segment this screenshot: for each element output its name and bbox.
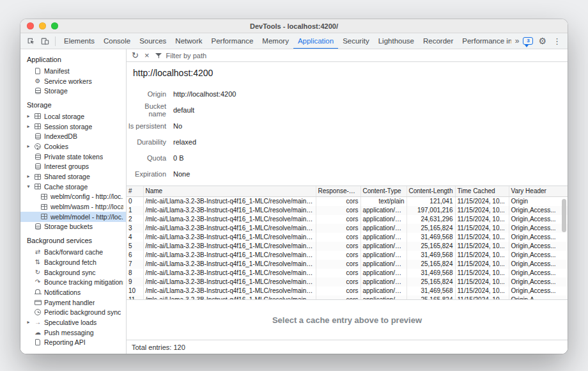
filter-funnel-icon[interactable] bbox=[155, 52, 162, 59]
sidebar-item-back-forward-cache[interactable]: ⇄ Back/forward cache bbox=[20, 247, 126, 257]
inspect-element-icon[interactable] bbox=[24, 35, 37, 47]
total-entries-label: Total entries: 120 bbox=[132, 343, 185, 351]
sidebar-item-storage[interactable]: Storage bbox=[20, 86, 126, 96]
settings-gear-icon[interactable]: ⚙ bbox=[538, 36, 546, 45]
table-icon bbox=[34, 123, 42, 129]
tab-performance-insights[interactable]: Performance insights ⚗ bbox=[458, 33, 511, 49]
col-response-type[interactable]: Response-Type bbox=[316, 186, 360, 197]
cache-entry-preview: Select a cache entry above to preview bbox=[127, 299, 568, 340]
tab-memory[interactable]: Memory bbox=[258, 33, 293, 49]
expand-collapsed-icon[interactable]: ▸ bbox=[26, 174, 31, 179]
meta-row-durability: Durability relaxed bbox=[127, 134, 568, 150]
storage-icon bbox=[34, 88, 42, 94]
sidebar-item-bounce-tracking-mitigations[interactable]: ↷ Bounce tracking mitigations bbox=[20, 277, 126, 287]
database-icon bbox=[34, 223, 42, 230]
tabbar-right-controls: 3 ⚙ ⋮ bbox=[523, 36, 564, 45]
window-title: DevTools - localhost:4200/ bbox=[250, 22, 338, 30]
cache-entry-row[interactable]: 11/mlc-ai/Llama-3.2-3B-Instruct-q4f16_1-… bbox=[127, 296, 568, 299]
devtools-window: DevTools - localhost:4200/ Elements Cons… bbox=[20, 19, 568, 354]
expand-collapsed-icon[interactable]: ▸ bbox=[26, 144, 31, 149]
col-vary-header[interactable]: Vary Header bbox=[509, 186, 568, 197]
sidebar-item-private-state-tokens[interactable]: Private state tokens bbox=[20, 152, 126, 162]
minimize-window-button[interactable] bbox=[39, 22, 46, 29]
sidebar-item-background-fetch[interactable]: ⇅ Background fetch bbox=[20, 257, 126, 267]
sidebar-item-weblm-model[interactable]: weblm/model - http://loc... bbox=[20, 212, 126, 222]
speech-bubble-icon: 3 bbox=[523, 37, 533, 45]
cache-entry-row[interactable]: 8/mlc-ai/Llama-3.2-3B-Instruct-q4f16_1-M… bbox=[127, 269, 568, 278]
expand-collapsed-icon[interactable]: ▸ bbox=[26, 320, 31, 325]
expand-collapsed-icon[interactable]: ▸ bbox=[26, 114, 31, 119]
tab-security[interactable]: Security bbox=[338, 33, 374, 49]
sidebar-item-reporting-api[interactable]: Reporting API bbox=[20, 338, 126, 348]
tab-sources[interactable]: Sources bbox=[135, 33, 171, 49]
sidebar-item-cookies[interactable]: ▸ Cookies bbox=[20, 141, 126, 152]
cache-entry-row[interactable]: 1/mlc-ai/Llama-3.2-3B-Instruct-q4f16_1-M… bbox=[127, 206, 568, 215]
sidebar-item-service-workers[interactable]: ⚙ Service workers bbox=[20, 76, 126, 86]
sidebar-item-cache-storage[interactable]: ▾ Cache storage bbox=[20, 182, 126, 192]
sidebar-item-storage-buckets[interactable]: Storage buckets bbox=[20, 222, 126, 232]
clock-icon bbox=[34, 309, 42, 315]
toolbar-divider bbox=[55, 36, 56, 46]
col-content-type[interactable]: Content-Type bbox=[360, 186, 406, 197]
cache-entries-table: # Name Response-Type Content-Type Conten… bbox=[127, 186, 568, 299]
sidebar-item-shared-storage[interactable]: ▸ Shared storage bbox=[20, 171, 126, 182]
close-window-button[interactable] bbox=[27, 22, 34, 29]
sidebar-item-weblm-wasm[interactable]: weblm/wasm - http://loca... bbox=[20, 201, 126, 212]
table-icon bbox=[40, 214, 48, 219]
col-time-cached[interactable]: Time Cached bbox=[455, 186, 509, 197]
table-icon bbox=[34, 184, 42, 189]
tab-lighthouse[interactable]: Lighthouse bbox=[374, 33, 419, 49]
tab-recorder[interactable]: Recorder bbox=[419, 33, 458, 49]
sidebar-item-payment-handler[interactable]: Payment handler bbox=[20, 297, 126, 308]
sidebar-item-local-storage[interactable]: ▸ Local storage bbox=[20, 111, 126, 122]
cache-entry-row[interactable]: 6/mlc-ai/Llama-3.2-3B-Instruct-q4f16_1-M… bbox=[127, 251, 568, 260]
cache-entry-row[interactable]: 5/mlc-ai/Llama-3.2-3B-Instruct-q4f16_1-M… bbox=[127, 242, 568, 251]
col-number[interactable]: # bbox=[127, 186, 143, 197]
console-messages-icon[interactable]: 3 bbox=[523, 37, 533, 45]
table-header-row: # Name Response-Type Content-Type Conten… bbox=[127, 186, 568, 197]
col-name[interactable]: Name bbox=[143, 186, 316, 197]
sidebar-item-interest-groups[interactable]: Interest groups bbox=[20, 162, 126, 172]
sidebar-item-weblm-config[interactable]: weblm/config - http://loc... bbox=[20, 192, 126, 202]
expand-expanded-icon[interactable]: ▾ bbox=[26, 184, 31, 189]
tab-application[interactable]: Application bbox=[293, 33, 338, 49]
expand-collapsed-icon[interactable]: ▸ bbox=[26, 124, 31, 129]
cache-origin-title: http://localhost:4200 bbox=[127, 62, 568, 84]
cache-entry-row[interactable]: 2/mlc-ai/Llama-3.2-3B-Instruct-q4f16_1-M… bbox=[127, 215, 568, 224]
tab-console[interactable]: Console bbox=[99, 33, 135, 49]
service-workers-icon: ⚙ bbox=[34, 78, 42, 84]
tab-network[interactable]: Network bbox=[171, 33, 206, 49]
col-content-length[interactable]: Content-Length bbox=[406, 186, 455, 197]
sidebar-section-background-services: Background services bbox=[20, 232, 126, 247]
cache-entry-row[interactable]: 10/mlc-ai/Llama-3.2-3B-Instruct-q4f16_1-… bbox=[127, 287, 568, 296]
sidebar-item-push-messaging[interactable]: ☁ Push messaging bbox=[20, 328, 126, 338]
sidebar-item-periodic-background-sync[interactable]: Periodic background sync bbox=[20, 307, 126, 317]
device-toolbar-icon[interactable] bbox=[38, 35, 51, 47]
cache-entry-row[interactable]: 9/mlc-ai/Llama-3.2-3B-Instruct-q4f16_1-M… bbox=[127, 278, 568, 287]
sidebar-item-manifest[interactable]: Manifest bbox=[20, 66, 126, 76]
manifest-icon bbox=[34, 68, 42, 74]
cache-entry-row[interactable]: 0/mlc-ai/Llama-3.2-3B-Instruct-q4f16_1-M… bbox=[127, 197, 568, 207]
kebab-menu-icon[interactable]: ⋮ bbox=[552, 37, 562, 45]
cache-entry-row[interactable]: 4/mlc-ai/Llama-3.2-3B-Instruct-q4f16_1-M… bbox=[127, 233, 568, 242]
cache-entry-row[interactable]: 3/mlc-ai/Llama-3.2-3B-Instruct-q4f16_1-M… bbox=[127, 224, 568, 233]
tab-performance[interactable]: Performance bbox=[207, 33, 258, 49]
meta-row-quota: Quota 0 B bbox=[127, 150, 568, 166]
cache-metadata: Origin http://localhost:4200 Bucket name… bbox=[127, 84, 568, 186]
zoom-window-button[interactable] bbox=[51, 22, 58, 29]
delete-selected-icon[interactable]: × bbox=[144, 51, 150, 59]
refresh-icon[interactable]: ↻ bbox=[132, 51, 139, 59]
cache-entry-row[interactable]: 7/mlc-ai/Llama-3.2-3B-Instruct-q4f16_1-M… bbox=[127, 260, 568, 269]
sidebar-item-notifications[interactable]: Notifications bbox=[20, 287, 126, 297]
meta-row-bucket-name: Bucket name default bbox=[127, 102, 568, 118]
sidebar-item-indexeddb[interactable]: IndexedDB bbox=[20, 131, 126, 141]
sidebar-item-speculative-loads[interactable]: ▸ → Speculative loads bbox=[20, 317, 126, 328]
preview-placeholder-text: Select a cache entry above to preview bbox=[272, 315, 422, 325]
tab-elements[interactable]: Elements bbox=[59, 33, 99, 49]
sidebar-item-session-storage[interactable]: ▸ Session storage bbox=[20, 122, 126, 132]
sidebar-item-background-sync[interactable]: ↻ Background sync bbox=[20, 267, 126, 278]
more-tabs-icon[interactable]: » bbox=[513, 36, 522, 45]
table-scrollbar[interactable] bbox=[562, 199, 566, 232]
window-titlebar: DevTools - localhost:4200/ bbox=[20, 19, 568, 33]
filter-by-path-input[interactable]: Filter by path bbox=[166, 52, 207, 59]
